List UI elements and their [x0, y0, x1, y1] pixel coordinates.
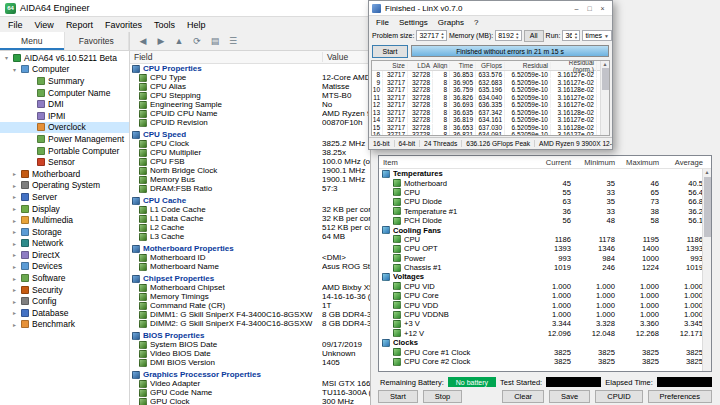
col-lda[interactable]: LDA: [408, 62, 433, 69]
sensor-row-12-v[interactable]: +12 V12.09612.04812.26812.171: [379, 329, 711, 338]
linx-result-row[interactable]: 143271732728836.819634.1616.52059e-103.1…: [372, 116, 609, 124]
sensor-row-cpu-vddnb[interactable]: CPU VDDNB1.0001.0001.0001.000: [379, 310, 711, 319]
scroll-thumb[interactable]: [704, 177, 711, 237]
memory-input[interactable]: 8192 ▲▼: [495, 30, 522, 41]
linx-result-row[interactable]: 83271732728836.853633.5766.52059e-103.16…: [372, 71, 609, 79]
back-icon[interactable]: ◀: [135, 34, 151, 49]
tree-item-display[interactable]: ▸Display: [0, 203, 129, 215]
aida-menu-tools[interactable]: Tools: [148, 19, 181, 31]
sensor-row-motherboard[interactable]: Motherboard45354640.5: [379, 178, 711, 187]
field-column-header[interactable]: Field: [130, 52, 323, 62]
sensor-col-maximum[interactable]: Maximum: [623, 158, 667, 167]
spinner-arrows-icon[interactable]: ▲▼: [514, 32, 521, 40]
tree-item-motherboard[interactable]: ▸Motherboard: [0, 168, 129, 180]
col-size[interactable]: Size: [383, 62, 408, 69]
tree-item-computer[interactable]: ▾Computer: [0, 64, 129, 76]
linx-menu-item[interactable]: ?: [469, 18, 483, 27]
aida-menu-favorites[interactable]: Favorites: [99, 19, 148, 31]
sensor-group-temperatures[interactable]: Temperatures: [379, 169, 711, 178]
linx-menu-file[interactable]: File: [371, 18, 394, 27]
tree-item-summary[interactable]: Summary: [0, 75, 129, 87]
save-button[interactable]: Save: [549, 390, 590, 403]
sensor-row-cpu-vdd[interactable]: CPU VDD1.0001.0001.0001.000: [379, 300, 711, 309]
sensor-group-voltages[interactable]: Voltages: [379, 272, 711, 281]
linx-menu-settings[interactable]: Settings: [394, 18, 433, 27]
clear-button[interactable]: Clear: [502, 390, 544, 403]
aida-menu-report[interactable]: Report: [60, 19, 99, 31]
sensor-row-cpu-opt[interactable]: CPU OPT1393134614001393: [379, 244, 711, 253]
sensor-group-cooling-fans[interactable]: Cooling Fans: [379, 225, 711, 234]
tree-item-overclock[interactable]: Overclock: [0, 122, 129, 134]
aida-menu-help[interactable]: Help: [181, 19, 212, 31]
sidebar-tab-favorites[interactable]: Favorites: [65, 32, 130, 50]
cpuid-button[interactable]: CPUID: [595, 390, 642, 403]
sensor-row-cpu[interactable]: CPU1186117811951186: [379, 235, 711, 244]
sensor-row-3-v[interactable]: +3 V3.3443.3283.3603.345: [379, 319, 711, 328]
sensor-col-current[interactable]: Current: [535, 158, 579, 167]
close-icon[interactable]: ×: [596, 2, 609, 15]
stop-button[interactable]: Stop: [423, 390, 462, 403]
tree-root[interactable]: ▾AIDA64 v6.10.5211 Beta: [0, 52, 129, 64]
options-icon[interactable]: ☰: [225, 34, 241, 49]
tree-item-dmi[interactable]: DMI: [0, 98, 129, 110]
sensor-col-item[interactable]: Item: [379, 158, 535, 167]
scroll-up-icon[interactable]: ▲: [603, 61, 608, 67]
tree-item-database[interactable]: ▸Database: [0, 307, 129, 319]
sensor-col-minimum[interactable]: Minimum: [579, 158, 623, 167]
linx-menu-graphs[interactable]: Graphs: [433, 18, 469, 27]
all-button[interactable]: All: [524, 30, 544, 42]
tree-item-devices[interactable]: ▸Devices: [0, 261, 129, 273]
tree-item-storage[interactable]: ▸Storage: [0, 226, 129, 238]
maximize-icon[interactable]: □: [583, 2, 596, 15]
up-icon[interactable]: ▲: [171, 34, 187, 49]
forward-icon[interactable]: ▶: [153, 34, 169, 49]
sensor-row-chassis-1[interactable]: Chassis #1101924612241019: [379, 263, 711, 272]
tree-item-benchmark[interactable]: ▸Benchmark: [0, 319, 129, 331]
linx-scrollbar[interactable]: ▲: [600, 61, 609, 135]
report-icon[interactable]: ▤: [207, 34, 223, 49]
tree-item-directx[interactable]: ▸DirectX: [0, 249, 129, 261]
linx-result-row[interactable]: 133271732728836.635637.3426.52059e-103.1…: [372, 109, 609, 117]
sensor-row-cpu[interactable]: CPU55336556.4: [379, 188, 711, 197]
linx-result-row[interactable]: 113271732728836.826634.0406.52059e-103.1…: [372, 94, 609, 102]
tree-item-multimedia[interactable]: ▸Multimedia: [0, 214, 129, 226]
col-align[interactable]: Align: [433, 62, 450, 69]
sensor-row-cpu-core-1-clock[interactable]: CPU Core #1 Clock3825382538253825: [379, 347, 711, 356]
sensor-row-cpu-core[interactable]: CPU Core1.0001.0001.0001.000: [379, 291, 711, 300]
linx-result-row[interactable]: 123271732728836.693636.3356.52059e-103.1…: [372, 101, 609, 109]
tree-item-software[interactable]: ▸Software: [0, 272, 129, 284]
scroll-thumb[interactable]: [602, 68, 609, 90]
tree-item-sensor[interactable]: Sensor: [0, 156, 129, 168]
col-residual[interactable]: Residual: [505, 62, 551, 69]
problem-size-input[interactable]: 32717 ▲▼: [416, 30, 446, 41]
tree-item-config[interactable]: ▸Config: [0, 295, 129, 307]
linx-start-button[interactable]: Start: [372, 45, 408, 58]
sensor-row-cpu-diode[interactable]: CPU Diode63357366.8: [379, 197, 711, 206]
tree-item-portable-computer[interactable]: Portable Computer: [0, 145, 129, 157]
tree-item-ipmi[interactable]: IPMI: [0, 110, 129, 122]
col-time[interactable]: Time: [450, 62, 476, 69]
spinner-arrows-icon[interactable]: ▲▼: [572, 32, 579, 40]
spinner-arrows-icon[interactable]: ▲▼: [439, 32, 446, 40]
tree-item-computer-name[interactable]: Computer Name: [0, 87, 129, 99]
run-input[interactable]: 36 ▲▼: [562, 30, 580, 41]
refresh-icon[interactable]: ⟳: [189, 34, 205, 49]
linx-result-row[interactable]: 103271732728836.759635.1966.52059e-103.1…: [372, 86, 609, 94]
tree-item-server[interactable]: ▸Server: [0, 191, 129, 203]
linx-result-row[interactable]: 163271732728836.821634.0916.52059e-103.1…: [372, 131, 609, 136]
sensor-row-temperature-1[interactable]: Temperature #136333836.2: [379, 207, 711, 216]
sensor-col-average[interactable]: Average: [667, 158, 711, 167]
sensor-scrollbar[interactable]: ▲: [702, 169, 711, 371]
minimize-icon[interactable]: –: [570, 2, 583, 15]
sensor-group-clocks[interactable]: Clocks: [379, 338, 711, 347]
aida-menu-file[interactable]: File: [2, 19, 29, 31]
sidebar-tab-menu[interactable]: Menu: [0, 32, 65, 50]
tree-item-power-management[interactable]: Power Management: [0, 133, 129, 145]
col-gflops[interactable]: GFlops: [476, 62, 505, 69]
tree-item-security[interactable]: ▸Security: [0, 284, 129, 296]
sensor-row-cpu-vid[interactable]: CPU VID1.0001.0001.0001.000: [379, 282, 711, 291]
tree-item-network[interactable]: ▸Network: [0, 238, 129, 250]
tree-item-operating-system[interactable]: ▸Operating System: [0, 180, 129, 192]
scroll-up-icon[interactable]: ▲: [705, 169, 710, 175]
preferences-button[interactable]: Preferences: [648, 390, 712, 403]
